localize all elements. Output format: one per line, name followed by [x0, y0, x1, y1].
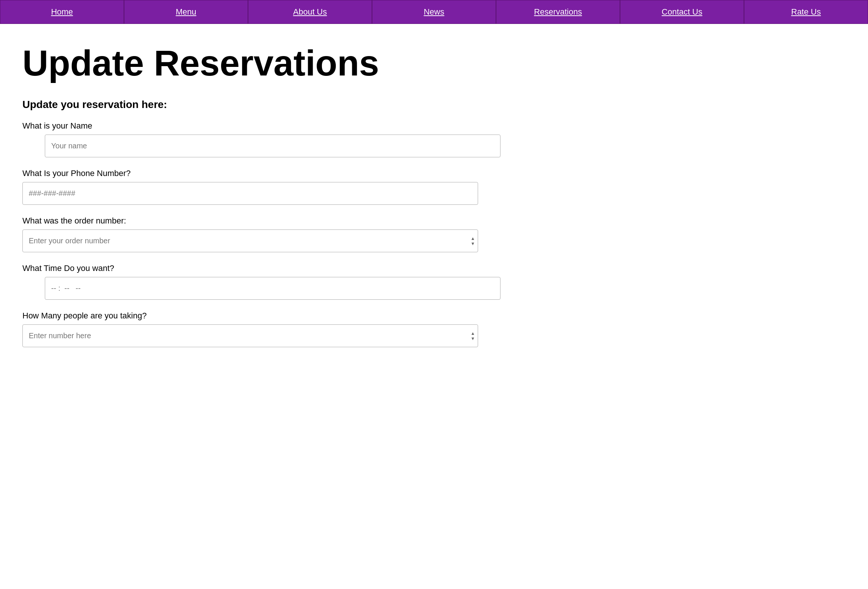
order-field-section: What was the order number: ▲ ▼ — [22, 216, 500, 252]
spinner-up-icon[interactable]: ▲ — [471, 236, 475, 241]
navigation: Home Menu About Us News Reservations Con… — [0, 0, 868, 24]
nav-link-rate[interactable]: Rate Us — [791, 7, 821, 16]
people-spinner-down-icon[interactable]: ▼ — [471, 336, 475, 341]
time-label: What Time Do you want? — [22, 263, 500, 273]
name-field-section: What is your Name — [22, 121, 500, 157]
people-input[interactable] — [22, 324, 478, 347]
people-spinner-up-icon[interactable]: ▲ — [471, 331, 475, 336]
main-content: Update Reservations Update you reservati… — [0, 24, 523, 381]
time-field-section: What Time Do you want? — [22, 263, 500, 300]
nav-item-about[interactable]: About Us — [248, 0, 372, 24]
nav-link-menu[interactable]: Menu — [176, 7, 196, 16]
nav-item-reservations[interactable]: Reservations — [496, 0, 620, 24]
people-field-section: How Many people are you taking? ▲ ▼ — [22, 311, 500, 347]
order-spinner-wrapper: ▲ ▼ — [22, 229, 478, 252]
order-input[interactable] — [22, 229, 478, 252]
nav-item-rate[interactable]: Rate Us — [744, 0, 868, 24]
time-input[interactable] — [45, 277, 500, 300]
people-label: How Many people are you taking? — [22, 311, 500, 321]
order-label: What was the order number: — [22, 216, 500, 226]
nav-item-news[interactable]: News — [372, 0, 496, 24]
nav-item-menu[interactable]: Menu — [124, 0, 248, 24]
nav-link-news[interactable]: News — [424, 7, 444, 16]
people-spinner-arrows[interactable]: ▲ ▼ — [471, 331, 475, 341]
nav-item-contact[interactable]: Contact Us — [620, 0, 744, 24]
spinner-down-icon[interactable]: ▼ — [471, 241, 475, 246]
nav-item-home[interactable]: Home — [0, 0, 124, 24]
name-input[interactable] — [45, 135, 500, 157]
form-subtitle: Update you reservation here: — [22, 99, 500, 111]
page-title: Update Reservations — [22, 43, 500, 84]
phone-field-section: What Is your Phone Number? — [22, 169, 500, 205]
nav-link-contact[interactable]: Contact Us — [662, 7, 703, 16]
nav-link-home[interactable]: Home — [51, 7, 73, 16]
phone-label: What Is your Phone Number? — [22, 169, 500, 178]
nav-link-about[interactable]: About Us — [293, 7, 327, 16]
people-spinner-wrapper: ▲ ▼ — [22, 324, 478, 347]
name-label: What is your Name — [22, 121, 500, 131]
phone-input[interactable] — [22, 182, 478, 205]
order-spinner-arrows[interactable]: ▲ ▼ — [471, 236, 475, 246]
nav-link-reservations[interactable]: Reservations — [534, 7, 582, 16]
